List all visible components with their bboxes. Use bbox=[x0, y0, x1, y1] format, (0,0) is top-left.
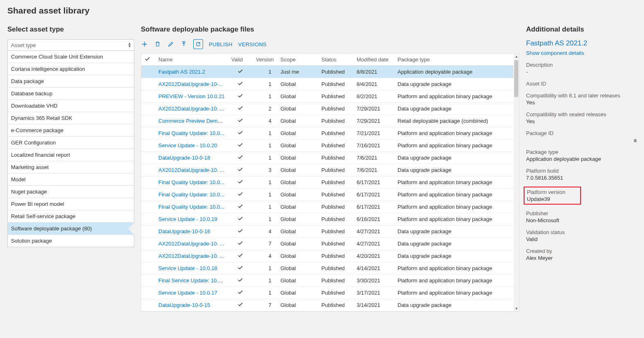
asset-type-item[interactable]: GER Configuration bbox=[8, 137, 134, 149]
row-checkbox[interactable] bbox=[141, 299, 155, 311]
row-name-link[interactable]: DataUpgrade-10-0-16 bbox=[158, 228, 210, 234]
asset-type-item[interactable]: Model bbox=[8, 174, 134, 186]
col-valid[interactable]: Valid bbox=[228, 54, 253, 66]
scroll-thumb[interactable] bbox=[514, 60, 518, 97]
row-name-link[interactable]: Commerce Preview Demo ... bbox=[158, 118, 226, 124]
table-row[interactable]: Service Update - 10.0.191GlobalPublished… bbox=[141, 213, 519, 225]
asset-type-item[interactable]: Cortana intelligence application bbox=[8, 63, 134, 75]
table-row[interactable]: Final Quality Update: 10.0...1GlobalPubl… bbox=[141, 176, 519, 189]
table-row[interactable]: Service Update - 10.0.171GlobalPublished… bbox=[141, 287, 519, 299]
table-row[interactable]: AX2012DataUpgrade-10-...1GlobalPublished… bbox=[141, 78, 519, 90]
row-name-link[interactable]: Fastpath AS 2021.2 bbox=[158, 69, 205, 75]
row-name-link[interactable]: Service Update - 10.0.17 bbox=[158, 290, 217, 296]
asset-type-dropdown[interactable]: Asset type ▲▼ bbox=[7, 39, 134, 51]
table-row[interactable]: PREVIEW - Version 10.0.211GlobalPublishe… bbox=[141, 90, 519, 103]
asset-type-item[interactable]: Database backup bbox=[8, 88, 134, 100]
row-name-link[interactable]: Final Service Update: 10.0.... bbox=[158, 277, 227, 284]
scroll-up-icon[interactable]: ▴ bbox=[515, 54, 517, 59]
add-icon[interactable] bbox=[141, 41, 148, 48]
col-status[interactable]: Status bbox=[318, 54, 353, 66]
asset-type-item[interactable]: Downloadable VHD bbox=[8, 100, 134, 112]
asset-type-item[interactable]: Power BI report model bbox=[8, 198, 134, 210]
table-row[interactable]: Final Quality Update: 10.0...1GlobalPubl… bbox=[141, 201, 519, 213]
delete-icon[interactable] bbox=[154, 41, 161, 48]
row-name-link[interactable]: AX2012DataUpgrade-10. ... bbox=[158, 253, 224, 259]
row-name-link[interactable]: DataUpgrade-10-0-15 bbox=[158, 302, 210, 308]
table-row[interactable]: Service Update - 10.0.181GlobalPublished… bbox=[141, 262, 519, 275]
table-row[interactable]: AX2012DataUpgrade-10. ...3GlobalPublishe… bbox=[141, 164, 519, 176]
col-modified[interactable]: Modified date bbox=[353, 54, 394, 66]
table-row[interactable]: DataUpgrade-10-0-181GlobalPublished7/6/2… bbox=[141, 152, 519, 164]
row-name-link[interactable]: Service Update - 10.0.20 bbox=[158, 142, 217, 149]
show-component-details-link[interactable]: Show component details bbox=[526, 50, 637, 56]
row-name-link[interactable]: Final Quality Update: 10.0... bbox=[158, 179, 224, 185]
col-version[interactable]: Version bbox=[253, 54, 277, 66]
row-checkbox[interactable] bbox=[141, 103, 155, 115]
asset-type-item[interactable]: e-Commerce package bbox=[8, 124, 134, 137]
asset-type-item[interactable]: Software deployable package (80) bbox=[8, 223, 134, 235]
upload-icon[interactable] bbox=[180, 41, 188, 48]
row-name-link[interactable]: AX2012DataUpgrade-10. ... bbox=[158, 167, 224, 173]
table-row[interactable]: Final Quality Update: 10.0...1GlobalPubl… bbox=[141, 189, 519, 201]
details-title-link[interactable]: Fastpath AS 2021.2 bbox=[526, 39, 637, 47]
asset-type-item[interactable]: Data package bbox=[8, 75, 134, 88]
table-row[interactable]: Final Quality Update: 10.0...1GlobalPubl… bbox=[141, 127, 519, 140]
refresh-icon[interactable] bbox=[193, 39, 203, 49]
col-name[interactable]: Name bbox=[155, 54, 228, 66]
row-checkbox[interactable] bbox=[141, 90, 155, 103]
grid-scrollbar[interactable]: ▴ ▾ bbox=[513, 54, 519, 311]
versions-button[interactable]: VERSIONS bbox=[238, 41, 267, 47]
row-name-link[interactable]: PREVIEW - Version 10.0.21 bbox=[158, 93, 225, 99]
row-checkbox[interactable] bbox=[141, 213, 155, 225]
table-row[interactable]: AX2012DataUpgrade-10. ...7GlobalPublishe… bbox=[141, 238, 519, 250]
asset-type-item[interactable]: Dynamics 365 Retail SDK bbox=[8, 112, 134, 124]
col-scope[interactable]: Scope bbox=[277, 54, 318, 66]
row-checkbox[interactable] bbox=[141, 140, 155, 152]
row-checkbox[interactable] bbox=[141, 225, 155, 238]
row-checkbox[interactable] bbox=[141, 275, 155, 287]
row-name-link[interactable]: Final Quality Update: 10.0... bbox=[158, 204, 224, 210]
row-checkbox[interactable] bbox=[141, 115, 155, 127]
row-checkbox[interactable] bbox=[141, 66, 155, 78]
row-checkbox[interactable] bbox=[141, 152, 155, 164]
row-name-link[interactable]: Service Update - 10.0.19 bbox=[158, 216, 217, 222]
row-checkbox[interactable] bbox=[141, 127, 155, 140]
row-checkbox[interactable] bbox=[141, 189, 155, 201]
row-name-link[interactable]: Final Quality Update: 10.0... bbox=[158, 130, 224, 136]
table-row[interactable]: Service Update - 10.0.201GlobalPublished… bbox=[141, 140, 519, 152]
row-name-link[interactable]: AX2012DataUpgrade-10. ... bbox=[158, 106, 224, 112]
row-checkbox[interactable] bbox=[141, 287, 155, 299]
row-checkbox[interactable] bbox=[141, 176, 155, 189]
row-checkbox[interactable] bbox=[141, 262, 155, 275]
row-checkbox[interactable] bbox=[141, 250, 155, 262]
row-checkbox[interactable] bbox=[141, 164, 155, 176]
scroll-down-icon[interactable]: ▾ bbox=[515, 306, 517, 311]
publish-button[interactable]: PUBLISH bbox=[209, 41, 233, 47]
row-scope: Global bbox=[277, 250, 318, 262]
row-checkbox[interactable] bbox=[141, 238, 155, 250]
row-name-link[interactable]: AX2012DataUpgrade-10. ... bbox=[158, 241, 224, 247]
row-valid bbox=[228, 275, 253, 287]
row-name-link[interactable]: Service Update - 10.0.18 bbox=[158, 265, 217, 271]
edit-icon[interactable] bbox=[167, 41, 174, 48]
row-name-link[interactable]: DataUpgrade-10-0-18 bbox=[158, 155, 210, 161]
asset-type-item[interactable]: Nuget package bbox=[8, 186, 134, 198]
asset-type-item[interactable]: Retail Self-service package bbox=[8, 210, 134, 223]
select-all-checkbox[interactable] bbox=[141, 54, 155, 66]
table-row[interactable]: Fastpath AS 2021.21Just mePublished8/8/2… bbox=[141, 66, 519, 78]
row-checkbox[interactable] bbox=[141, 201, 155, 213]
asset-type-item[interactable]: Commerce Cloud Scale Unit Extension bbox=[8, 51, 134, 63]
row-name-link[interactable]: Final Quality Update: 10.0... bbox=[158, 192, 224, 198]
asset-type-item[interactable]: Solution package bbox=[8, 235, 134, 247]
asset-type-item[interactable]: Marketing asset bbox=[8, 161, 134, 174]
asset-type-item[interactable]: Localized financial report bbox=[8, 149, 134, 161]
table-row[interactable]: AX2012DataUpgrade-10. ...2GlobalPublishe… bbox=[141, 103, 519, 115]
row-name-link[interactable]: AX2012DataUpgrade-10-... bbox=[158, 81, 223, 87]
table-row[interactable]: DataUpgrade-10-0-157GlobalPublished3/14/… bbox=[141, 299, 519, 311]
table-row[interactable]: DataUpgrade-10-0-164GlobalPublished4/27/… bbox=[141, 225, 519, 238]
col-package-type[interactable]: Package type bbox=[394, 54, 519, 66]
table-row[interactable]: Final Service Update: 10.0....1GlobalPub… bbox=[141, 275, 519, 287]
table-row[interactable]: AX2012DataUpgrade-10. ...4GlobalPublishe… bbox=[141, 250, 519, 262]
row-checkbox[interactable] bbox=[141, 78, 155, 90]
table-row[interactable]: Commerce Preview Demo ...4GlobalPublishe… bbox=[141, 115, 519, 127]
